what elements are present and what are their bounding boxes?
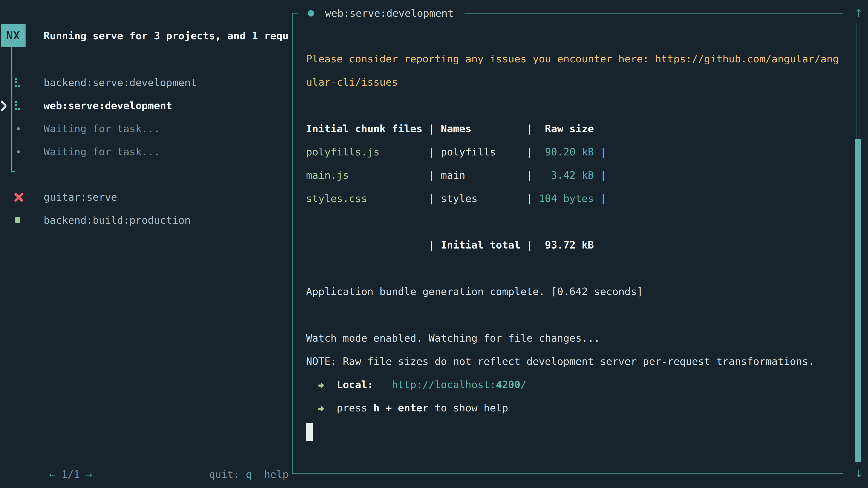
terminal-text: |	[594, 193, 606, 204]
nx-logo-badge: NX	[1, 24, 26, 47]
pager-prev-arrow[interactable]: ←	[49, 468, 55, 480]
terminal-text: 3.42 kB	[551, 169, 594, 181]
url-link[interactable]: /	[520, 379, 526, 391]
terminal-text: |	[526, 169, 551, 181]
terminal-text: 104 bytes	[539, 193, 594, 204]
terminal-text: |	[429, 193, 441, 204]
task-label: guitar:serve	[43, 186, 117, 209]
terminal-text	[324, 379, 337, 391]
terminal-text: 90.20 kB	[545, 146, 594, 158]
sidebar-task-0[interactable]: backend:serve:development	[0, 71, 289, 94]
terminal-line: main.js | main | 3.42 kB |	[306, 164, 839, 187]
terminal-line: styles.css | styles | 104 bytes |	[306, 187, 839, 210]
terminal-text: press	[337, 402, 373, 414]
success-square-icon	[16, 217, 20, 223]
terminal-line: press h + enter to show help	[306, 396, 839, 420]
arrow-right-icon	[318, 404, 324, 414]
terminal-text: |	[526, 193, 539, 204]
terminal-line: NOTE: Raw file sizes do not reflect deve…	[306, 350, 839, 373]
terminal-line	[306, 420, 839, 443]
terminal-line: | Initial total | 93.72 kB	[306, 233, 839, 257]
url-link[interactable]: 4200	[496, 379, 520, 391]
terminal-text	[306, 379, 318, 391]
terminal-line: polyfills.js | polyfills | 90.20 kB |	[306, 140, 839, 164]
sidebar-task-5[interactable]: backend:build:production	[0, 208, 289, 232]
terminal-text: |	[594, 169, 606, 181]
terminal-text: NOTE: Raw file sizes do not reflect deve…	[306, 355, 814, 367]
terminal-text: Local:	[337, 379, 373, 391]
task-group-line-foot	[11, 171, 15, 172]
terminal-text: | Initial total | 93.72 kB	[306, 239, 594, 251]
terminal-text: main	[441, 169, 526, 181]
sidebar-task-4[interactable]: guitar:serve	[0, 186, 289, 209]
waiting-dot-icon	[17, 151, 20, 153]
terminal-line: ular-cli/issues	[306, 70, 839, 94]
terminal-line: Initial chunk files | Names | Raw size	[306, 117, 839, 140]
terminal-text	[373, 379, 392, 391]
pager-next-arrow[interactable]: →	[86, 468, 92, 480]
terminal-text: Initial chunk files | Names | Raw size	[306, 123, 594, 135]
sidebar-task-2[interactable]: Waiting for task...	[0, 117, 289, 140]
quit-shortcut-label: quit:	[209, 468, 246, 480]
terminal-text: polyfills.js	[306, 146, 429, 158]
panel-border-left	[292, 13, 293, 474]
task-label: backend:build:production	[43, 208, 191, 232]
task-output-terminal: Please consider reporting any issues you…	[306, 47, 839, 443]
terminal-line	[306, 303, 839, 326]
scroll-up-arrow-icon[interactable]: ↑	[850, 2, 868, 22]
url-link[interactable]: https://github.com/angular/ang	[655, 53, 839, 65]
failed-cross-icon	[13, 192, 24, 202]
terminal-line: Application bundle generation complete. …	[306, 280, 839, 303]
url-link[interactable]: ular-cli/issues	[306, 76, 398, 88]
help-shortcut-label: help:	[252, 468, 289, 480]
terminal-line	[306, 210, 839, 233]
panel-border-bottom	[292, 473, 843, 474]
terminal-line: Please consider reporting any issues you…	[306, 47, 839, 70]
pager: ←1/1→	[12, 440, 92, 463]
nx-terminal-screen: NX Running serve for 3 projects, and 1 r…	[0, 0, 868, 488]
terminal-line: Local: http://localhost:4200/	[306, 373, 839, 396]
pager-page-label: 1/1	[61, 468, 80, 480]
task-sidebar: NX Running serve for 3 projects, and 1 r…	[0, 0, 289, 488]
url-link[interactable]: http://localhost:	[392, 379, 496, 391]
terminal-text: |	[429, 169, 441, 181]
terminal-text: |	[526, 146, 545, 158]
arrow-right-icon	[318, 381, 324, 390]
running-spinner-icon	[15, 101, 17, 103]
terminal-line	[306, 257, 839, 280]
terminal-text: styles	[441, 193, 526, 204]
terminal-text: polyfills	[441, 146, 526, 158]
terminal-text: |	[594, 146, 606, 158]
sidebar-task-1[interactable]: web:serve:development	[0, 94, 289, 117]
running-status-dot-icon	[308, 10, 314, 17]
terminal-text: h + enter	[373, 402, 429, 414]
scroll-down-arrow-icon[interactable]: ↓	[850, 462, 868, 483]
terminal-line: Watch mode enabled. Watching for file ch…	[306, 326, 839, 350]
run-summary-title: Running serve for 3 projects, and 1 requ	[43, 29, 289, 43]
terminal-text: to show help	[429, 402, 508, 414]
panel-border-top	[465, 13, 843, 13]
terminal-text: Application bundle generation complete. …	[306, 286, 643, 297]
terminal-line	[306, 94, 839, 117]
keyboard-shortcuts: quit: q help: ?	[172, 440, 289, 463]
task-label: web:serve:development	[43, 94, 172, 117]
task-label: Waiting for task...	[43, 140, 160, 163]
waiting-dot-icon	[17, 127, 20, 130]
output-panel-title: web:serve:development	[325, 7, 454, 20]
terminal-cursor	[306, 423, 313, 441]
running-spinner-icon	[15, 78, 17, 80]
quit-shortcut-key: q	[246, 468, 252, 480]
terminal-text: styles.css	[306, 193, 429, 204]
panel-border-top-stub	[292, 13, 298, 13]
terminal-text	[306, 402, 318, 414]
task-label: backend:serve:development	[43, 71, 197, 94]
task-label: Waiting for task...	[43, 117, 160, 140]
terminal-text: main.js	[306, 169, 429, 181]
sidebar-task-3[interactable]: Waiting for task...	[0, 140, 289, 163]
selected-task-chevron-icon	[1, 99, 9, 112]
terminal-text: Please consider reporting any issues you…	[306, 53, 655, 65]
terminal-text: |	[429, 146, 441, 158]
terminal-text	[324, 402, 337, 414]
terminal-text: Watch mode enabled. Watching for file ch…	[306, 332, 600, 344]
scrollbar-thumb[interactable]	[855, 139, 861, 462]
